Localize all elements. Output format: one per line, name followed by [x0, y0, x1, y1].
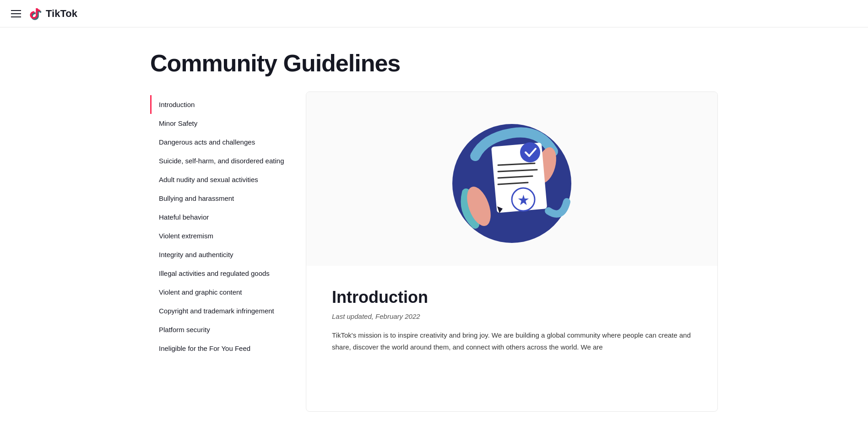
sidebar-item-minor-safety[interactable]: Minor Safety: [150, 114, 288, 133]
sidebar-item-dangerous-acts[interactable]: Dangerous acts and challenges: [150, 133, 288, 151]
section-body: TikTok's mission is to inspire creativit…: [332, 329, 692, 353]
sidebar-item-violent-graphic[interactable]: Violent and graphic content: [150, 283, 288, 301]
sidebar-item-integrity[interactable]: Integrity and authenticity: [150, 245, 288, 264]
sidebar-item-platform-security[interactable]: Platform security: [150, 320, 288, 339]
text-area: Introduction Last updated, February 2022…: [306, 266, 717, 375]
sidebar-item-copyright[interactable]: Copyright and trademark infringement: [150, 301, 288, 320]
hamburger-menu[interactable]: [11, 10, 21, 17]
sidebar-item-bullying[interactable]: Bullying and harassment: [150, 189, 288, 208]
section-heading: Introduction: [332, 288, 692, 307]
main-content: Introduction Last updated, February 2022…: [306, 91, 718, 412]
tiktok-logo[interactable]: TikTok: [28, 6, 77, 21]
page-title: Community Guidelines: [150, 27, 718, 91]
svg-point-11: [520, 142, 540, 162]
sidebar-item-introduction[interactable]: Introduction: [150, 95, 288, 114]
sidebar-nav: IntroductionMinor SafetyDangerous acts a…: [150, 91, 288, 358]
last-updated: Last updated, February 2022: [332, 312, 692, 320]
tiktok-logo-icon: [28, 6, 43, 21]
sidebar-item-adult-nudity[interactable]: Adult nudity and sexual activities: [150, 170, 288, 189]
illustration-area: [306, 92, 717, 266]
document-illustration: [448, 119, 576, 247]
sidebar-item-suicide-self-harm[interactable]: Suicide, self-harm, and disordered eatin…: [150, 151, 288, 170]
header: TikTok: [0, 0, 868, 27]
sidebar-item-hateful-behavior[interactable]: Hateful behavior: [150, 208, 288, 226]
content-layout: IntroductionMinor SafetyDangerous acts a…: [150, 91, 718, 412]
sidebar-item-ineligible[interactable]: Ineligible for the For You Feed: [150, 339, 288, 358]
page-wrapper: Community Guidelines IntroductionMinor S…: [114, 27, 754, 412]
sidebar-item-illegal-activities[interactable]: Illegal activities and regulated goods: [150, 264, 288, 283]
sidebar-item-violent-extremism[interactable]: Violent extremism: [150, 226, 288, 245]
logo-text: TikTok: [46, 8, 77, 20]
